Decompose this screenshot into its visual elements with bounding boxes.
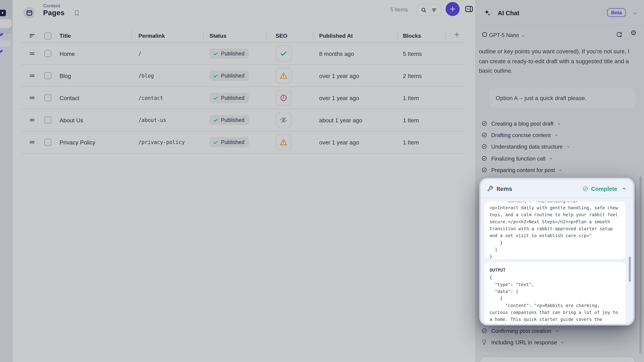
sparkles-icon <box>483 9 491 17</box>
sort-icon[interactable] <box>22 32 40 39</box>
bookmark-icon[interactable] <box>73 9 80 17</box>
search-icon[interactable] <box>420 6 427 13</box>
output-code-text: { "type": "text", "data": [ { "content":… <box>485 273 626 326</box>
seo-status-button[interactable] <box>276 68 292 84</box>
chat-scrollbar-thumb[interactable] <box>639 176 642 354</box>
output-code-block[interactable]: OUTPUT { "type": "text", "data": [ { "co… <box>485 262 626 326</box>
app-window: Content Pages 5 Items Title Permalink St… <box>0 0 644 362</box>
page-title-cell: Privacy Policy <box>60 139 138 146</box>
column-header-published-at[interactable]: Published At <box>319 33 403 39</box>
row-checkbox[interactable] <box>44 139 51 146</box>
task-step[interactable]: Creating a blog post draft <box>481 119 562 128</box>
status-badge: Published <box>210 93 249 103</box>
blocks-cell: 1 Item <box>403 117 451 123</box>
row-checkbox[interactable] <box>44 94 51 101</box>
table-row[interactable]: Blog /blog Published over 1 year ago 2 I… <box>22 65 465 87</box>
seo-warning-icon <box>279 71 288 80</box>
published-at-cell: about 1 year ago <box>319 117 403 123</box>
items-tool-call-card: Items Complete "content": "<h2>Bonding</… <box>479 178 634 326</box>
seo-pass-icon <box>279 49 288 58</box>
blocks-cell: 1 Item <box>403 139 451 146</box>
left-sidebar-edge <box>0 0 13 362</box>
table-row[interactable]: Privacy Policy /privacy-policy Published… <box>22 131 465 153</box>
page-title-cell: Contact <box>60 95 138 101</box>
blocks-cell: 5 Items <box>403 50 451 57</box>
chevron-down-icon[interactable] <box>557 121 562 126</box>
seo-hidden-icon <box>279 116 288 124</box>
chevron-down-icon[interactable] <box>558 168 563 172</box>
seo-status-button[interactable] <box>276 90 292 106</box>
lightbulb-icon <box>481 339 488 346</box>
chevron-down-icon[interactable] <box>554 329 559 333</box>
check-circle-icon <box>481 167 488 173</box>
chevron-down-icon[interactable] <box>566 144 570 149</box>
chevron-down-icon[interactable] <box>560 340 565 345</box>
task-step[interactable]: Finalizing function call <box>481 154 553 163</box>
drag-handle-icon[interactable] <box>22 94 40 101</box>
add-page-button[interactable] <box>446 2 460 16</box>
task-step[interactable]: Understanding data structure <box>481 142 570 151</box>
published-at-cell: over 1 year ago <box>319 72 403 79</box>
chat-input[interactable] <box>480 356 635 362</box>
check-circle-icon <box>481 328 488 334</box>
page-title-cell: Home <box>60 50 138 57</box>
seo-status-button[interactable] <box>276 134 292 150</box>
table-row[interactable]: Contact /contact Published over 1 year a… <box>22 87 465 109</box>
pages-collection-view: Content Pages 5 Items Title Permalink St… <box>13 0 475 362</box>
column-header-permalink[interactable]: Permalink <box>138 33 210 39</box>
model-selector[interactable]: GPT-5 Nano <box>489 32 519 38</box>
chevron-up-icon[interactable] <box>622 186 627 191</box>
thinking-step[interactable]: Including URL in response <box>481 338 565 347</box>
task-step[interactable]: Preparing content for post <box>481 165 563 174</box>
row-checkbox[interactable] <box>44 72 51 79</box>
status-badge: Published <box>210 48 249 59</box>
column-header-title[interactable]: Title <box>60 33 138 39</box>
status-badge: Published <box>210 115 249 125</box>
wrench-icon <box>487 186 493 192</box>
column-header-seo[interactable]: SEO <box>276 33 319 39</box>
gear-icon[interactable]: ⚙ <box>630 29 636 36</box>
items-card-title: Items <box>496 185 512 192</box>
drag-handle-icon[interactable] <box>22 117 40 123</box>
user-message-bubble: Option A -- just a quick draft please. <box>489 88 635 108</box>
filter-icon[interactable] <box>431 6 438 13</box>
seo-status-button[interactable] <box>276 45 292 62</box>
task-step[interactable]: Drafting concise content <box>481 130 558 139</box>
chevron-down-icon[interactable] <box>521 34 526 38</box>
sidebar-item[interactable] <box>0 19 12 28</box>
select-all-checkbox[interactable] <box>44 32 51 39</box>
clear-history-icon[interactable] <box>616 31 622 38</box>
sidebar-item[interactable] <box>0 40 11 47</box>
table-row[interactable]: About Us /about-us Published about 1 yea… <box>22 109 465 131</box>
drag-handle-icon[interactable] <box>22 139 40 146</box>
page-title: Pages <box>43 8 64 17</box>
input-code-block[interactable]: "content": "<h2>Bonding</h2> <p>Interact… <box>485 202 626 259</box>
permalink-cell: /privacy-policy <box>138 139 210 145</box>
add-column-icon[interactable] <box>454 31 460 38</box>
items-scrollbar-thumb[interactable] <box>629 257 631 282</box>
row-checkbox[interactable] <box>44 50 51 57</box>
items-card-header[interactable]: Items Complete <box>481 179 633 198</box>
chat-title: AI Chat <box>498 9 519 16</box>
seo-status-button[interactable] <box>276 112 292 128</box>
drag-handle-icon[interactable] <box>22 72 40 79</box>
table-row[interactable]: Home / Published 8 months ago 5 Items <box>22 43 465 65</box>
collapse-sidebar-icon[interactable] <box>0 8 7 17</box>
task-step[interactable]: Confirming post creation <box>481 326 559 335</box>
column-header-status[interactable]: Status <box>210 33 276 39</box>
check-circle-icon <box>481 132 488 138</box>
check-circle-icon <box>481 155 488 162</box>
row-checkbox[interactable] <box>44 117 51 123</box>
published-at-cell: over 1 year ago <box>319 139 403 146</box>
chevron-down-icon[interactable] <box>554 133 558 137</box>
chevron-down-icon[interactable] <box>549 156 553 161</box>
chevron-down-icon[interactable] <box>632 10 638 16</box>
complete-status: Complete <box>582 185 617 192</box>
collection-topbar: Content Pages 5 Items <box>13 0 475 26</box>
permalink-cell: /contact <box>138 95 210 101</box>
column-header-blocks[interactable]: Blocks <box>403 33 451 39</box>
toggle-side-panel-icon[interactable] <box>464 4 474 13</box>
seo-error-icon <box>279 94 288 102</box>
drag-handle-icon[interactable] <box>22 50 40 57</box>
blocks-cell: 1 Item <box>403 95 451 101</box>
